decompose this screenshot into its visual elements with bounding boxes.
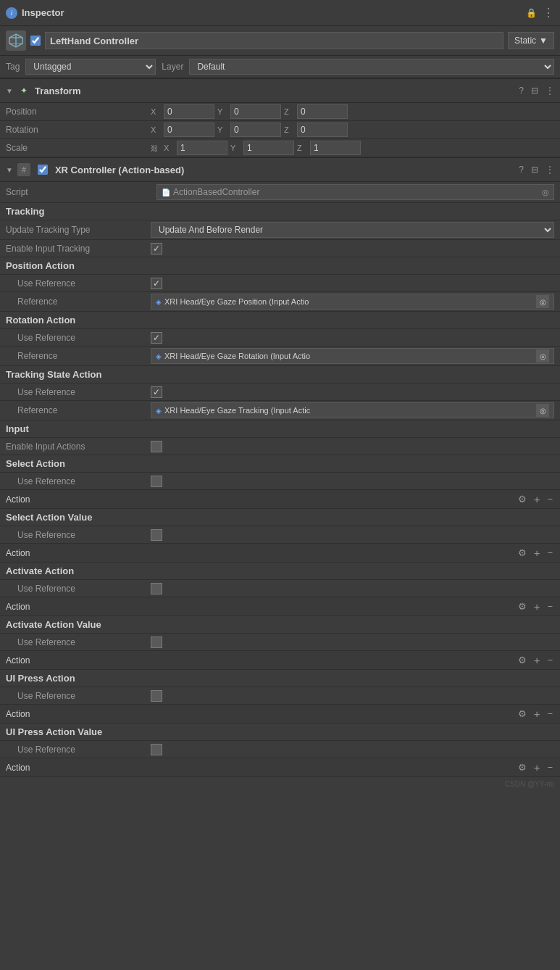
select-av-use-ref-checkbox[interactable] [151, 529, 162, 541]
ui-press-av-action-tools: ⚙ + − [517, 761, 554, 774]
activate-av-use-ref-checkbox[interactable] [151, 637, 162, 648]
sca-y-label: Y [230, 144, 241, 152]
rot-z-label: Z [284, 125, 294, 134]
select-action-gear-btn[interactable]: ⚙ [517, 494, 528, 505]
ui-press-av-action-row: Action ⚙ + − [0, 758, 560, 777]
ui-press-av-plus-btn[interactable]: + [532, 761, 542, 774]
xr-controller-title: XR Controller (Action-based) [55, 165, 514, 175]
inspector-header: i Inspector 🔒 ⋮ [0, 0, 560, 26]
pos-x-input[interactable] [164, 104, 214, 119]
update-tracking-type-label: Update Tracking Type [6, 225, 151, 235]
position-use-ref-label: Use Reference [6, 278, 151, 289]
ui-press-av-minus-btn[interactable]: − [546, 762, 554, 773]
pos-y-input[interactable] [230, 104, 281, 119]
rot-z-input[interactable] [297, 123, 348, 137]
rot-x-input[interactable] [164, 123, 214, 137]
xr-settings-icon[interactable]: ⊟ [531, 165, 538, 175]
select-action-minus-btn[interactable]: − [546, 494, 554, 505]
rotation-ref-target-btn[interactable]: ◎ [536, 349, 549, 362]
position-ref-target-btn[interactable]: ◎ [536, 295, 549, 308]
rotation-ref-value: XRI Head/Eye Gaze Rotation (Input Actio [164, 352, 310, 360]
tag-layer-row: Tag Untagged Layer Default [0, 56, 560, 78]
xr-controller-active-checkbox[interactable] [38, 165, 48, 175]
rot-y-input[interactable] [230, 123, 281, 137]
layer-label: Layer [162, 62, 183, 72]
sca-x-label: X [164, 144, 174, 152]
select-av-gear-btn[interactable]: ⚙ [517, 547, 528, 558]
activate-gear-btn[interactable]: ⚙ [517, 601, 528, 612]
rotation-use-ref-row: Use Reference ✓ [0, 329, 560, 347]
ui-press-use-ref-row: Use Reference [0, 687, 560, 705]
update-tracking-type-select[interactable]: Update And Before Render [151, 222, 554, 238]
xr-more-icon[interactable]: ⋮ [546, 165, 554, 175]
select-action-plus-btn[interactable]: + [532, 493, 542, 505]
position-row: Position X Y Z [0, 103, 560, 121]
sca-y-input[interactable] [243, 141, 294, 155]
tracking-state-use-ref-row: Use Reference ✓ [0, 384, 560, 401]
position-ref-row: Reference ◈ XRI Head/Eye Gaze Position (… [0, 292, 560, 312]
sca-x-input[interactable] [177, 141, 227, 155]
ui-press-plus-btn[interactable]: + [532, 708, 542, 720]
tracking-state-use-ref-checkbox[interactable]: ✓ [151, 386, 162, 398]
pos-z-input[interactable] [297, 104, 348, 119]
rotation-row: Rotation X Y Z [0, 121, 560, 139]
more-icon[interactable]: ⋮ [543, 6, 554, 20]
enable-input-tracking-checkbox[interactable]: ✓ [151, 243, 162, 254]
ui-press-gear-btn[interactable]: ⚙ [517, 708, 528, 719]
select-action-row: Action ⚙ + − [0, 490, 560, 509]
select-av-action-tools: ⚙ + − [517, 547, 554, 559]
tracking-state-ref-field: ◈ XRI Head/Eye Gaze Tracking (Input Acti… [151, 402, 554, 418]
xr-controller-arrow[interactable]: ▼ [6, 166, 13, 174]
tracking-group-label: Tracking [0, 203, 560, 220]
ui-press-action-tools: ⚙ + − [517, 708, 554, 720]
transform-more-icon[interactable]: ⋮ [546, 86, 554, 96]
tracking-state-ref-target-btn[interactable]: ◎ [536, 404, 549, 417]
tracking-state-ref-label: Reference [6, 405, 151, 415]
xr-help-icon[interactable]: ? [519, 165, 524, 175]
xr-controller-section-header: ▼ # XR Controller (Action-based) ? ⊟ ⋮ [0, 157, 560, 182]
ui-press-av-use-ref-checkbox[interactable] [151, 744, 162, 755]
ui-press-av-use-ref-label: Use Reference [6, 745, 151, 755]
select-av-action-label: Action [6, 548, 512, 558]
rotation-ref-row: Reference ◈ XRI Head/Eye Gaze Rotation (… [0, 347, 560, 366]
tag-select[interactable]: Untagged [25, 59, 156, 75]
sca-z-input[interactable] [310, 141, 361, 155]
ui-press-use-ref-checkbox[interactable] [151, 690, 162, 702]
activate-av-minus-btn[interactable]: − [546, 655, 554, 666]
ui-press-av-gear-btn[interactable]: ⚙ [517, 762, 528, 773]
position-xyz: X Y Z [151, 104, 554, 119]
enable-input-actions-checkbox[interactable] [151, 441, 162, 452]
transform-settings-icon[interactable]: ⊟ [531, 86, 538, 96]
transform-arrow[interactable]: ▼ [6, 87, 13, 95]
script-target-icon[interactable]: ◎ [542, 188, 549, 197]
activate-use-ref-checkbox[interactable] [151, 583, 162, 594]
activate-av-gear-btn[interactable]: ⚙ [517, 655, 528, 666]
position-use-ref-checkbox[interactable]: ✓ [151, 278, 162, 289]
ui-press-minus-btn[interactable]: − [546, 708, 554, 719]
rotation-use-ref-checkbox[interactable]: ✓ [151, 332, 162, 344]
activate-av-plus-btn[interactable]: + [532, 654, 542, 666]
activate-use-ref-label: Use Reference [6, 584, 151, 594]
scale-link-icon[interactable]: ⛓ [151, 144, 158, 152]
rotation-action-group: Rotation Action [0, 312, 560, 329]
select-use-ref-checkbox[interactable] [151, 476, 162, 487]
ui-press-av-use-ref-row: Use Reference [0, 741, 560, 758]
gameobject-active-checkbox[interactable] [30, 36, 41, 46]
layer-select[interactable]: Default [189, 59, 554, 75]
activate-action-value-group: Activate Action Value [0, 616, 560, 634]
gameobject-name-input[interactable] [45, 32, 503, 49]
transform-help-icon[interactable]: ? [519, 86, 524, 96]
lock-icon[interactable]: 🔒 [526, 8, 537, 18]
select-av-plus-btn[interactable]: + [532, 547, 542, 559]
select-av-minus-btn[interactable]: − [546, 547, 554, 558]
activate-action-row: Action ⚙ + − [0, 597, 560, 616]
xr-controller-tools: ? ⊟ ⋮ [519, 165, 554, 175]
enable-input-tracking-label: Enable Input Tracking [6, 244, 151, 254]
static-button[interactable]: Static ▼ [508, 32, 554, 49]
scale-label: Scale [6, 143, 151, 153]
activate-av-action-label: Action [6, 655, 512, 666]
select-action-label: Action [6, 494, 512, 505]
activate-minus-btn[interactable]: − [546, 601, 554, 612]
activate-plus-btn[interactable]: + [532, 600, 542, 613]
activate-action-group: Activate Action [0, 563, 560, 580]
